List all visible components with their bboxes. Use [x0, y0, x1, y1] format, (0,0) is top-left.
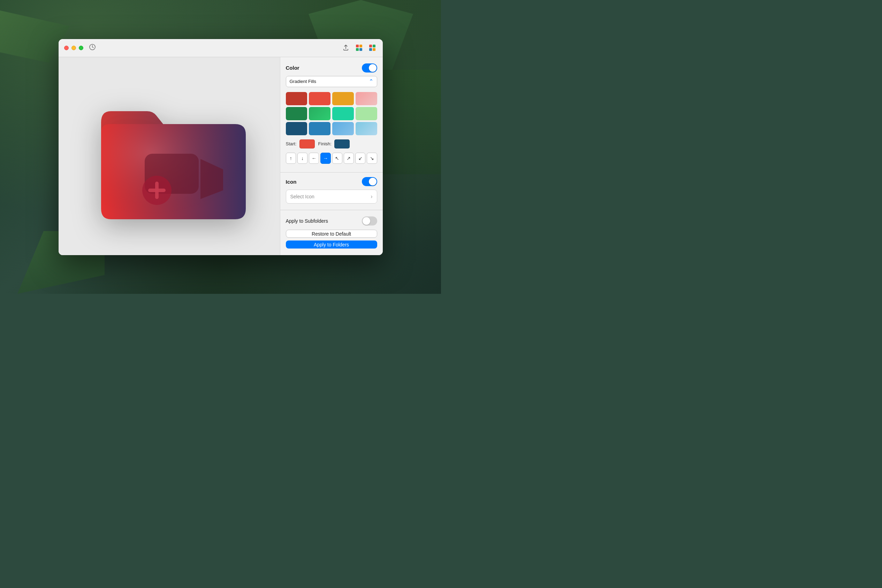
svg-rect-8: [373, 48, 375, 51]
icon-section: Icon Select Icon ›: [286, 177, 377, 204]
minimize-button[interactable]: [72, 46, 76, 50]
direction-arrows: ↑ ↓ ← → ↖ ↗ ↙ ↘: [286, 153, 377, 164]
gradient-ends-row: Start: Finish:: [286, 140, 377, 148]
color-toggle[interactable]: [362, 63, 377, 72]
swatch-orange[interactable]: [332, 92, 354, 105]
start-label: Start:: [286, 141, 297, 146]
svg-rect-5: [369, 45, 372, 47]
apply-folders-button[interactable]: Apply to Folders: [286, 240, 377, 249]
restore-default-button[interactable]: Restore to Default: [286, 230, 377, 238]
svg-rect-2: [359, 45, 362, 47]
palette-icon: [356, 44, 363, 51]
finish-color-picker[interactable]: [334, 140, 350, 148]
select-icon-button[interactable]: Select Icon ›: [286, 190, 377, 204]
finish-group: Finish:: [318, 140, 350, 148]
title-bar: [58, 39, 383, 57]
swatch-blue[interactable]: [309, 122, 330, 135]
dropdown-row: Gradient Fills ⌃: [286, 76, 377, 87]
arrow-upright-button[interactable]: ↗: [344, 153, 354, 164]
arrow-right-button[interactable]: →: [320, 153, 330, 164]
traffic-lights: [64, 46, 83, 50]
subfolders-toggle-knob: [363, 217, 370, 225]
swatch-mint[interactable]: [332, 107, 354, 120]
maximize-button[interactable]: [79, 46, 83, 50]
color-toggle-knob: [369, 64, 376, 72]
color-section-header: Color: [286, 63, 377, 72]
icon-label: Icon: [286, 179, 297, 185]
swatch-green-dark[interactable]: [286, 107, 308, 120]
chevron-right-icon: ›: [370, 194, 372, 200]
arrow-up-button[interactable]: ↑: [286, 153, 296, 164]
svg-rect-4: [359, 48, 362, 51]
right-panel: Color Gradient Fills ⌃: [280, 57, 383, 255]
arrow-downleft-button[interactable]: ↙: [355, 153, 365, 164]
svg-rect-6: [373, 45, 375, 47]
subfolders-toggle[interactable]: [362, 216, 377, 225]
fill-type-dropdown[interactable]: Gradient Fills ⌃: [286, 76, 377, 87]
arrow-downright-button[interactable]: ↘: [367, 153, 377, 164]
color-label: Color: [286, 65, 300, 71]
icon-toggle-knob: [369, 178, 376, 185]
share-icon: [343, 45, 349, 51]
subfolders-row: Apply to Subfolders: [286, 215, 377, 225]
finish-label: Finish:: [318, 141, 332, 146]
color-palette-button[interactable]: [354, 43, 364, 52]
swatch-sky[interactable]: [332, 122, 354, 135]
grid-icon: [369, 44, 376, 51]
clock-icon: [89, 44, 96, 51]
subfolders-label: Apply to Subfolders: [286, 218, 328, 224]
swatch-red-dark[interactable]: [286, 92, 308, 105]
swatch-light-green[interactable]: [356, 107, 377, 120]
svg-rect-7: [369, 48, 372, 51]
folder-svg: [91, 87, 248, 224]
icon-section-header: Icon: [286, 177, 377, 186]
swatch-navy[interactable]: [286, 122, 308, 135]
dropdown-label: Gradient Fills: [290, 79, 369, 84]
arrow-upleft-button[interactable]: ↖: [332, 153, 342, 164]
dropdown-arrow-icon: ⌃: [369, 78, 374, 85]
divider-1: [280, 172, 383, 172]
folder-preview: [91, 87, 248, 225]
svg-rect-1: [356, 45, 359, 47]
grid-button[interactable]: [368, 43, 377, 52]
title-bar-icons: [341, 43, 377, 52]
share-button[interactable]: [341, 43, 351, 52]
swatch-pink[interactable]: [356, 92, 377, 105]
main-window: Color Gradient Fills ⌃: [58, 39, 383, 255]
swatch-light-blue[interactable]: [356, 122, 377, 135]
arrow-down-button[interactable]: ↓: [297, 153, 308, 164]
history-button[interactable]: [89, 44, 96, 52]
start-group: Start:: [286, 140, 315, 148]
color-swatches-grid: [286, 92, 377, 135]
left-panel: [58, 57, 280, 255]
icon-toggle[interactable]: [362, 177, 377, 186]
arrow-left-button[interactable]: ←: [309, 153, 319, 164]
select-icon-label: Select Icon: [290, 194, 371, 200]
svg-rect-3: [356, 48, 359, 51]
swatch-green[interactable]: [309, 107, 330, 120]
swatch-red[interactable]: [309, 92, 330, 105]
main-content: Color Gradient Fills ⌃: [58, 57, 383, 255]
start-color-picker[interactable]: [300, 140, 315, 148]
close-button[interactable]: [64, 46, 69, 50]
